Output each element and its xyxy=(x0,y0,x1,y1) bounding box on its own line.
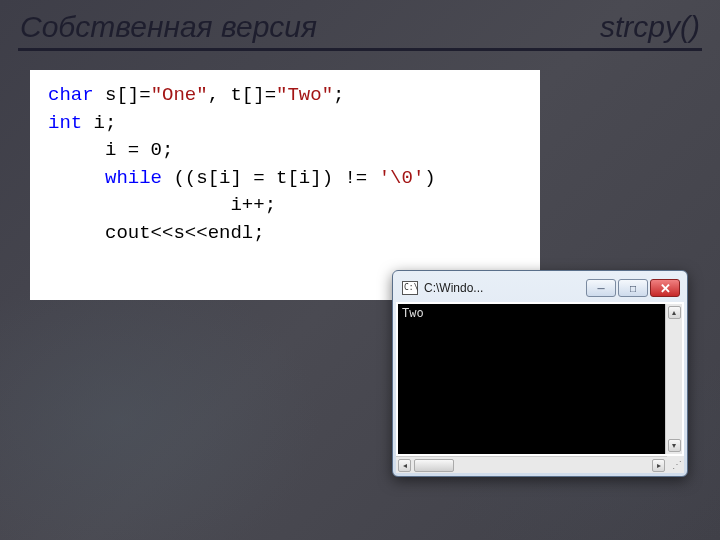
char-literal: '\0' xyxy=(379,167,425,189)
maximize-icon: □ xyxy=(630,283,636,294)
string-literal: "One" xyxy=(151,84,208,106)
bottom-scroll-row: ◂ ▸ ⋰ xyxy=(396,456,684,473)
scroll-down-button[interactable]: ▾ xyxy=(668,439,681,452)
cmd-icon: C:\ xyxy=(402,281,418,295)
slide-title-right: strcpy() xyxy=(600,10,700,44)
console-window: C:\ C:\Windo... ─ □ ✕ Two ▴ ▾ ◂ ▸ ⋰ xyxy=(392,270,688,477)
scroll-right-button[interactable]: ▸ xyxy=(652,459,665,472)
console-client-area: Two ▴ ▾ xyxy=(396,302,684,456)
keyword: int xyxy=(48,112,82,134)
code-line: i++; xyxy=(48,192,522,220)
scroll-up-button[interactable]: ▴ xyxy=(668,306,681,319)
code-line: while ((s[i] = t[i]) != '\0') xyxy=(48,165,522,193)
window-titlebar[interactable]: C:\ C:\Windo... ─ □ ✕ xyxy=(396,274,684,302)
slide-title-left: Собственная версия xyxy=(20,10,317,44)
window-buttons: ─ □ ✕ xyxy=(586,279,680,297)
slide-title-row: Собственная версия strcpy() xyxy=(0,0,720,48)
string-literal: "Two" xyxy=(276,84,333,106)
scroll-thumb[interactable] xyxy=(414,459,454,472)
minimize-icon: ─ xyxy=(597,283,604,294)
console-output[interactable]: Two xyxy=(398,304,665,454)
vertical-scrollbar[interactable]: ▴ ▾ xyxy=(665,304,682,454)
code-line: i = 0; xyxy=(48,137,522,165)
resize-grip[interactable]: ⋰ xyxy=(667,456,684,473)
keyword: while xyxy=(105,167,162,189)
horizontal-scrollbar[interactable]: ◂ ▸ xyxy=(396,456,667,473)
maximize-button[interactable]: □ xyxy=(618,279,648,297)
minimize-button[interactable]: ─ xyxy=(586,279,616,297)
close-button[interactable]: ✕ xyxy=(650,279,680,297)
code-line: int i; xyxy=(48,110,522,138)
code-snippet-panel: char s[]="One", t[]="Two"; int i; i = 0;… xyxy=(30,70,540,300)
keyword: char xyxy=(48,84,94,106)
code-line: cout<<s<<endl; xyxy=(48,220,522,248)
scroll-left-button[interactable]: ◂ xyxy=(398,459,411,472)
title-underline xyxy=(18,48,702,51)
close-icon: ✕ xyxy=(660,281,671,296)
window-title: C:\Windo... xyxy=(424,281,586,295)
code-line: char s[]="One", t[]="Two"; xyxy=(48,82,522,110)
